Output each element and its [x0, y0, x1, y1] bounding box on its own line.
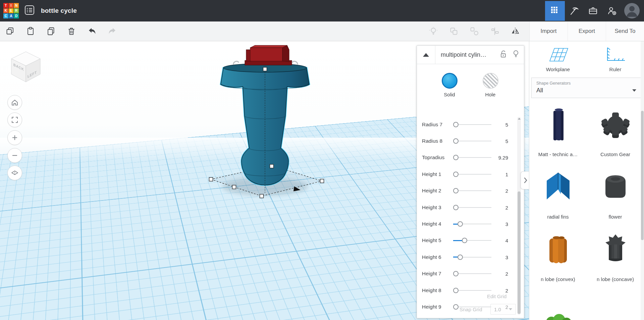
param-slider[interactable] — [453, 172, 491, 177]
user-avatar[interactable] — [621, 3, 643, 19]
corner-handle-front[interactable] — [260, 194, 264, 198]
slider-track — [453, 207, 491, 208]
collapse-inspector-button[interactable] — [417, 46, 435, 64]
param-row: Height 8 2 — [417, 282, 524, 299]
import-button[interactable]: Import — [530, 21, 568, 41]
add-person-icon[interactable] — [602, 0, 621, 21]
group-icon[interactable] — [449, 27, 459, 36]
send-to-button[interactable]: Send To — [606, 21, 644, 41]
hole-option[interactable]: Hole — [477, 73, 504, 97]
slider-knob[interactable] — [458, 255, 463, 260]
copy-icon[interactable] — [5, 27, 15, 36]
inspector-scrollbar[interactable] — [517, 117, 521, 315]
shape-item-n-lobe-concave[interactable]: n lobe (concave) — [587, 225, 644, 287]
duplicate-icon[interactable] — [46, 27, 56, 36]
undo-icon[interactable] — [87, 27, 97, 36]
param-label: Height 7 — [422, 271, 441, 277]
param-slider[interactable] — [453, 205, 491, 210]
shape-item-radial-fins[interactable]: radial fins — [529, 163, 587, 225]
solid-option[interactable]: Solid — [436, 73, 463, 97]
export-button[interactable]: Export — [568, 21, 606, 41]
apps-grid-button[interactable] — [545, 1, 565, 21]
redo-icon[interactable] — [108, 27, 117, 36]
slider-knob[interactable] — [453, 138, 459, 144]
slider-knob[interactable] — [462, 238, 467, 243]
home-view-button[interactable] — [7, 95, 22, 110]
slider-knob[interactable] — [453, 172, 459, 177]
shape-library-panel: Workplane Ruler Shape Generators All — [529, 41, 644, 320]
shape-panel-collapse-tab[interactable] — [521, 171, 530, 189]
param-row: Height 5 4 — [417, 232, 524, 249]
io-buttons: Import Export Send To — [529, 21, 644, 41]
param-value: 2 — [488, 287, 508, 293]
red-box-shape[interactable] — [245, 45, 292, 65]
pickaxe-icon[interactable] — [565, 0, 584, 21]
slider-knob[interactable] — [453, 205, 459, 210]
shape-panel-scrollbar[interactable] — [641, 41, 644, 320]
slider-knob[interactable] — [453, 288, 459, 293]
radial-fins-icon — [541, 163, 575, 211]
shape-item-n-lobe-convex[interactable]: n lobe (convex) — [529, 225, 587, 287]
solid-swatch[interactable] — [442, 73, 458, 89]
align-icon[interactable] — [490, 27, 499, 36]
shape-generators-label: Shape Generators — [536, 81, 637, 86]
inspector-scrollbar-thumb[interactable] — [518, 191, 521, 314]
shape-item-custom-gear[interactable]: Custom Gear — [587, 100, 644, 163]
ungroup-icon[interactable] — [470, 27, 479, 36]
param-slider[interactable] — [453, 238, 491, 243]
selected-shape-multipoint-cylinder[interactable] — [188, 41, 362, 229]
delete-icon[interactable] — [67, 27, 76, 36]
slider-knob[interactable] — [453, 122, 459, 127]
logo-tile: K — [3, 8, 8, 13]
param-slider[interactable] — [453, 122, 491, 127]
param-slider[interactable] — [453, 138, 491, 144]
scroll-up-icon[interactable] — [518, 118, 521, 120]
shape-item-flower[interactable]: flower — [587, 163, 644, 225]
paste-icon[interactable] — [26, 27, 35, 36]
slider-track — [453, 157, 491, 158]
shape-item-partial[interactable] — [529, 287, 587, 320]
unlock-icon[interactable] — [500, 50, 507, 59]
design-properties-icon[interactable] — [24, 5, 35, 17]
param-slider[interactable] — [453, 271, 491, 276]
shape-generators-dropdown[interactable]: Shape Generators All — [531, 78, 642, 98]
slider-knob[interactable] — [458, 221, 463, 227]
hide-lightbulb-icon[interactable] — [513, 50, 519, 60]
shape-item-label: radial fins — [547, 214, 569, 220]
briefcase-icon[interactable] — [584, 0, 602, 21]
top-bar: T I N K E R C A D bottle cycle — [0, 0, 644, 21]
view-cube[interactable]: BACK LEFT — [5, 49, 47, 88]
slider-knob[interactable] — [453, 304, 459, 310]
tinkercad-logo[interactable]: T I N K E R C A D — [3, 3, 19, 18]
param-slider[interactable] — [453, 188, 491, 193]
slider-knob[interactable] — [453, 155, 459, 160]
shape-panel-scrollbar-thumb[interactable] — [641, 111, 644, 240]
slider-knob[interactable] — [453, 271, 459, 276]
zoom-out-button[interactable] — [7, 148, 22, 163]
fit-view-button[interactable] — [7, 112, 22, 127]
shape-item-technic-axle[interactable]: Matt - technic a… — [529, 100, 587, 163]
slider-track — [453, 141, 491, 141]
edit-grid-button[interactable]: Edit Grid — [487, 293, 506, 300]
corner-handle-left[interactable] — [209, 178, 213, 181]
mirror-icon[interactable] — [511, 27, 520, 36]
slider-knob[interactable] — [453, 188, 459, 193]
corner-handle-back[interactable] — [270, 165, 274, 168]
custom-gear-icon — [597, 100, 634, 149]
zoom-in-button[interactable] — [7, 130, 22, 145]
param-slider[interactable] — [453, 255, 491, 260]
param-slider[interactable] — [453, 221, 491, 227]
corner-handle-right[interactable] — [320, 179, 324, 183]
ruler-tool[interactable]: Ruler — [587, 46, 644, 72]
inspector-title: multipoint cylin… — [435, 51, 495, 58]
param-slider[interactable] — [453, 155, 491, 160]
height-handle[interactable] — [263, 67, 267, 71]
edge-handle[interactable] — [232, 185, 236, 189]
perspective-toggle-button[interactable] — [7, 166, 22, 180]
hole-swatch[interactable] — [483, 73, 498, 89]
show-all-icon[interactable] — [429, 27, 438, 36]
workplane-tool[interactable]: Workplane — [529, 46, 587, 72]
snap-grid-dropdown[interactable]: 1.0 — [490, 304, 516, 315]
param-slider[interactable] — [453, 288, 491, 293]
shape-generators-value: All — [536, 87, 637, 94]
